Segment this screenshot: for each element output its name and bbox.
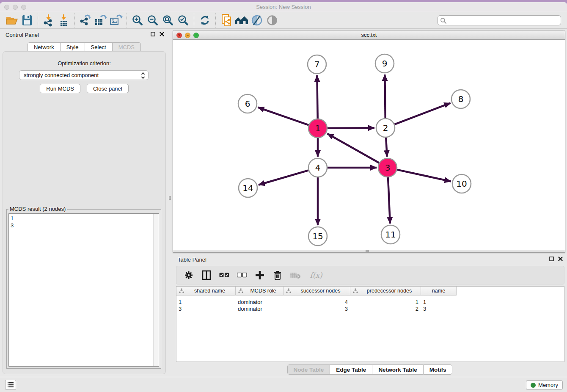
select-all-button[interactable] <box>219 270 230 281</box>
zoom-out-button[interactable] <box>145 13 160 28</box>
copy-network-button[interactable] <box>219 13 234 28</box>
open-session-button[interactable] <box>4 13 19 28</box>
search-input[interactable] <box>448 16 558 25</box>
graph-node-label: 2 <box>383 123 388 133</box>
copy-network-icon <box>220 14 233 27</box>
column-header-mcds-role[interactable]: MCDS role <box>236 287 284 295</box>
graph-edge-3-11[interactable] <box>388 177 390 224</box>
deselect-all-button[interactable] <box>237 270 248 281</box>
splitter-grip-horizontal[interactable] <box>366 250 369 252</box>
network-window-resize-bar[interactable] <box>173 250 565 252</box>
cell-name[interactable]: 3 <box>421 305 457 312</box>
cell-shared-name[interactable]: 3 <box>176 305 236 312</box>
delete-table-button[interactable] <box>290 270 301 281</box>
cell-successor-nodes[interactable]: 4 <box>284 298 350 305</box>
result-scrollbar[interactable] <box>153 214 158 366</box>
tab-style[interactable]: Style <box>60 42 85 52</box>
toolbar-separator <box>127 13 127 28</box>
tab-mcds[interactable]: MCDS <box>112 42 141 52</box>
cell-mcds-role[interactable]: dominator <box>236 298 284 305</box>
new-table-button[interactable] <box>93 13 108 28</box>
import-network-button[interactable] <box>41 13 56 28</box>
select-all-icon <box>219 273 229 278</box>
memory-button[interactable]: Memory <box>526 380 563 390</box>
cell-successor-nodes[interactable]: 3 <box>284 305 350 312</box>
float-panel-icon[interactable] <box>549 257 554 261</box>
apply-layout-icon <box>199 14 211 26</box>
tab-select[interactable]: Select <box>85 42 112 52</box>
cell-predecessor-nodes[interactable]: 2 <box>350 305 421 312</box>
export-image-icon <box>109 14 123 27</box>
table-header-row: shared name MCDS role successor nodes pr… <box>176 287 457 295</box>
network-title: scc.txt <box>173 32 565 38</box>
graph-node-label: 9 <box>382 58 388 69</box>
run-mcds-button[interactable]: Run MCDS <box>40 84 80 93</box>
chevron-updown-icon <box>140 72 146 80</box>
graph-node-label: 11 <box>385 229 396 240</box>
first-neighbors-icon <box>234 14 249 26</box>
show-columns-button[interactable] <box>201 270 212 281</box>
graph-node-label: 14 <box>242 183 253 193</box>
zoom-selected-button[interactable] <box>176 13 191 28</box>
delete-column-button[interactable] <box>272 270 283 281</box>
graph-node-label: 15 <box>312 231 323 241</box>
new-network-button[interactable] <box>78 13 93 28</box>
first-neighbors-button[interactable] <box>234 13 249 28</box>
table-row[interactable]: 1 dominator 4 1 1 <box>176 298 457 305</box>
table-tabs: Node Table Edge Table Network Table Moti… <box>173 364 567 375</box>
graph-edge-2-3[interactable] <box>386 137 387 157</box>
cell-shared-name[interactable]: 1 <box>176 298 236 305</box>
mcds-result-legend: MCDS result (2 nodes) <box>8 206 67 212</box>
graph-edge-2-8[interactable] <box>394 103 451 124</box>
tab-network-table[interactable]: Network Table <box>372 364 423 375</box>
tab-edge-table[interactable]: Edge Table <box>330 364 372 375</box>
cell-name[interactable]: 1 <box>421 298 457 305</box>
close-panel-icon[interactable] <box>558 257 563 261</box>
toolbar-separator <box>38 13 38 28</box>
network-window-titlebar[interactable]: x – + scc.txt <box>173 30 565 40</box>
table-panel-title: Table Panel <box>178 257 206 263</box>
save-session-button[interactable] <box>19 13 35 28</box>
splitter-grip-vertical[interactable] <box>169 196 171 200</box>
close-panel-button[interactable]: Close panel <box>87 84 129 93</box>
create-column-button[interactable] <box>254 270 265 281</box>
network-view-window: x – + scc.txt 7968124314101511 <box>173 30 565 253</box>
table-row[interactable]: 3 dominator 3 2 3 <box>176 305 457 312</box>
graph-edge-1-7[interactable] <box>317 75 317 119</box>
tab-node-table[interactable]: Node Table <box>287 364 330 375</box>
toolbar-separator <box>215 13 216 28</box>
float-panel-icon[interactable] <box>151 32 155 36</box>
zoom-in-button[interactable] <box>130 13 145 28</box>
result-line: 1 <box>11 215 157 222</box>
graph-edge-3-10[interactable] <box>396 170 451 182</box>
zoom-fit-button[interactable] <box>160 13 176 28</box>
column-header-shared-name[interactable]: shared name <box>176 287 236 295</box>
graph-edge-2-9[interactable] <box>385 75 385 119</box>
graph-edge-1-2[interactable] <box>327 128 374 128</box>
graph-edge-3-1[interactable] <box>328 134 380 163</box>
mcds-result-text[interactable]: 1 3 <box>8 213 159 367</box>
close-panel-icon[interactable] <box>160 32 164 36</box>
column-header-name[interactable]: name <box>421 287 457 295</box>
export-image-button[interactable] <box>108 13 124 28</box>
apply-layout-button[interactable] <box>197 13 212 28</box>
import-table-button[interactable] <box>56 13 72 28</box>
show-details-button[interactable] <box>264 13 280 28</box>
table-panel: Table Panel <box>173 254 567 377</box>
criterion-dropdown[interactable]: strongly connected component <box>19 70 149 80</box>
hide-details-button[interactable] <box>249 13 264 28</box>
column-header-successor-nodes[interactable]: successor nodes <box>284 287 350 295</box>
function-builder-button[interactable]: f(x) <box>308 270 325 281</box>
cell-mcds-role[interactable]: dominator <box>236 305 284 312</box>
graph-edge-1-6[interactable] <box>258 108 309 125</box>
tab-motifs[interactable]: Motifs <box>423 364 453 375</box>
status-bar: Memory <box>0 377 567 392</box>
cell-predecessor-nodes[interactable]: 1 <box>350 298 421 305</box>
column-header-predecessor-nodes[interactable]: predecessor nodes <box>350 287 421 295</box>
table-settings-button[interactable] <box>183 270 194 281</box>
graph-edge-4-14[interactable] <box>259 170 309 185</box>
graph-node-label: 7 <box>314 59 320 69</box>
tab-network[interactable]: Network <box>28 42 60 52</box>
show-task-history-button[interactable] <box>5 380 16 390</box>
network-canvas[interactable]: 7968124314101511 <box>173 40 565 250</box>
